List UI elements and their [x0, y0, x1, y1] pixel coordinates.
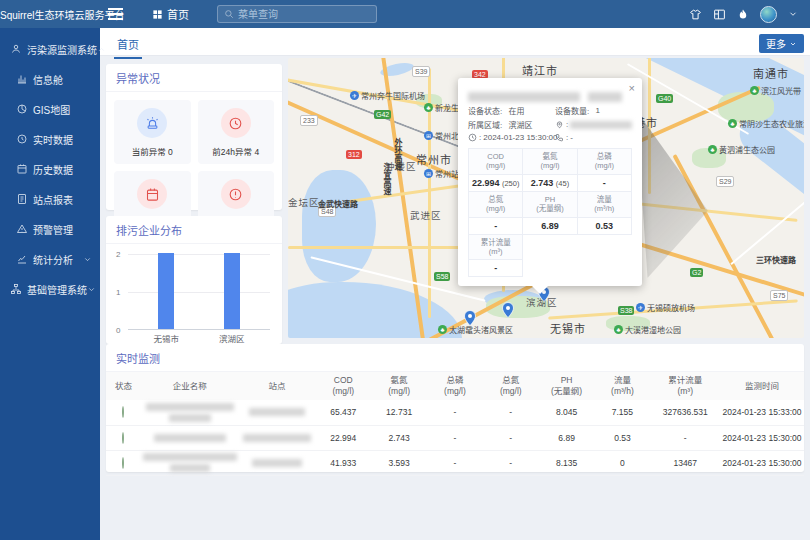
table-row[interactable]: 22.9942.743--6.890.53-2024-01-23 15:30:0… [106, 425, 804, 450]
y-tick-label: 1 [116, 288, 120, 297]
reading-cell: 22.994 [315, 425, 371, 450]
reading-cell: 3.593 [371, 450, 427, 475]
gis-icon [16, 103, 28, 115]
site-name-redacted [239, 450, 316, 475]
map-label: 三环快速路 [756, 254, 796, 265]
sidebar-item-label: 污染源监测系统 [27, 42, 97, 57]
theme-skin-icon[interactable] [689, 8, 702, 21]
column-header: 监测时间 [720, 372, 804, 400]
reading-cell: 327636.531 [650, 400, 720, 425]
sidebar-menu: 污染源监测系统信息舱GIS地图实时数据历史数据站点报表预警管理统计分析基础管理系… [0, 28, 100, 540]
road-shield: S75 [770, 290, 788, 301]
search-icon [224, 9, 234, 19]
app-logo: Squirrel生态环境云服务平台 [0, 7, 100, 22]
empty-cell [523, 260, 577, 277]
reading-header: 累计流量(m³) [469, 234, 523, 260]
layout-panels-icon[interactable] [713, 8, 726, 21]
sidebar-item-label: 基础管理系统 [27, 282, 87, 297]
menu-search [217, 5, 377, 23]
reading-header: 总氮(mg/l) [469, 191, 523, 217]
map-label: 南通市 [753, 65, 789, 81]
warn-icon [221, 179, 251, 209]
road-shield: 233 [300, 115, 318, 126]
empty-cell [577, 260, 631, 277]
sidebar-item[interactable]: 污染源监测系统 [0, 34, 100, 64]
gridline [128, 292, 270, 293]
search-input[interactable] [238, 9, 370, 20]
table-row[interactable]: 41.9333.593--8.1350134672024-01-23 15:30… [106, 450, 804, 475]
map-poi-label: ♣滨江风光带 [750, 85, 801, 96]
reading-cell: - [483, 425, 539, 450]
realtime-table: 状态企业名称站点COD(mg/l)氨氮(mg/l)总磷(mg/l)总氮(mg/l… [106, 372, 804, 476]
column-header: 流量(m³/h) [595, 372, 651, 400]
stat-card[interactable]: 当前异常 0 [114, 100, 191, 164]
empty-cell [523, 234, 577, 260]
park-poi-icon: ♣ [750, 86, 759, 95]
sidebar-item[interactable]: 实时数据 [0, 124, 100, 154]
sidebar-item[interactable]: 历史数据 [0, 154, 100, 184]
reading-cell: - [650, 425, 720, 450]
reading-cell: 7.155 [595, 400, 651, 425]
column-header: PH(无量纲) [539, 372, 595, 400]
column-header: 累计流量(m³) [650, 372, 720, 400]
reading-cell: 0 [595, 450, 651, 475]
map-poi-label: ✈常州奔牛国际机场 [350, 90, 425, 101]
reading-cell: - [427, 450, 483, 475]
sidebar-item[interactable]: 信息舱 [0, 64, 100, 94]
map[interactable]: × 设备状态: 在用 设备数量: 1 所属区域: 滨湖区 : :2024-0 [288, 58, 804, 338]
reading-value: 2.743 (45) [523, 174, 577, 191]
clock-icon [16, 133, 28, 145]
avatar[interactable] [760, 6, 777, 23]
header-actions [689, 6, 810, 23]
main-content: 异常状况 当前异常 0前24h异常 4本月异常 74前24h未处理异常 4 排污… [100, 56, 810, 540]
tab-bar: 首页 更多 [100, 28, 810, 56]
chevron-down-icon[interactable] [788, 9, 798, 19]
transport-poi-icon: ⊞ [424, 169, 433, 178]
breadcrumb-home[interactable]: 首页 [152, 6, 189, 22]
chevron-down-icon [83, 255, 92, 264]
map-marker-pin[interactable] [464, 310, 476, 326]
stat-card[interactable]: 前24h异常 4 [198, 100, 275, 164]
flame-icon[interactable] [737, 8, 749, 21]
chart-bar [224, 253, 240, 329]
sidebar-item-label: 统计分析 [33, 252, 73, 267]
chevron-up-icon [97, 45, 106, 54]
reading-cell: 12.731 [371, 400, 427, 425]
chart-title: 排污企业分布 [106, 216, 282, 244]
reading-cell: 2024-01-23 15:30:00 [720, 450, 804, 475]
popup-address-redacted [570, 121, 632, 129]
sidebar-item[interactable]: 统计分析 [0, 244, 100, 274]
reading-header: 总磷(mg/l) [577, 149, 631, 175]
more-button[interactable]: 更多 [759, 34, 804, 53]
location-pin-icon [555, 120, 564, 129]
close-icon[interactable]: × [629, 82, 635, 94]
reading-cell: 0.53 [595, 425, 651, 450]
tab-home[interactable]: 首页 [114, 33, 142, 59]
road-shield: G40 [656, 94, 673, 103]
map-marker-pin[interactable] [502, 302, 514, 318]
map-label: 常州市 [416, 151, 452, 167]
column-header: 总氮(mg/l) [483, 372, 539, 400]
reading-cell: - [483, 400, 539, 425]
sidebar-item[interactable]: 预警管理 [0, 214, 100, 244]
reading-header: COD(mg/l) [469, 149, 523, 175]
sidebar-item-label: 站点报表 [33, 192, 73, 207]
map-poi-label: ♣大溪港湿地公园 [614, 324, 681, 335]
sidebar-item[interactable]: 基础管理系统 [0, 274, 100, 304]
reading-value: 22.994 (250) [469, 174, 523, 191]
abnormal-status-title: 异常状况 [106, 64, 282, 92]
map-label: 无锡市 [550, 320, 586, 336]
table-row[interactable]: 65.43712.731--8.0457.155327636.5312024-0… [106, 400, 804, 425]
hamburger-menu-icon[interactable] [108, 5, 138, 23]
sidebar-item[interactable]: 站点报表 [0, 184, 100, 214]
sidebar-item[interactable]: GIS地图 [0, 94, 100, 124]
reading-cell: 13467 [650, 450, 720, 475]
status-indicator [122, 457, 124, 469]
clock2-icon [221, 108, 251, 138]
company-name-redacted [141, 450, 239, 475]
stat-card-label: 当前异常 0 [116, 145, 189, 157]
park-poi-icon: ♣ [438, 325, 447, 334]
realtime-panel: 实时监测 状态企业名称站点COD(mg/l)氨氮(mg/l)总磷(mg/l)总氮… [106, 344, 804, 472]
column-header: 站点 [239, 372, 316, 400]
sidebar-item-label: 信息舱 [33, 72, 63, 87]
